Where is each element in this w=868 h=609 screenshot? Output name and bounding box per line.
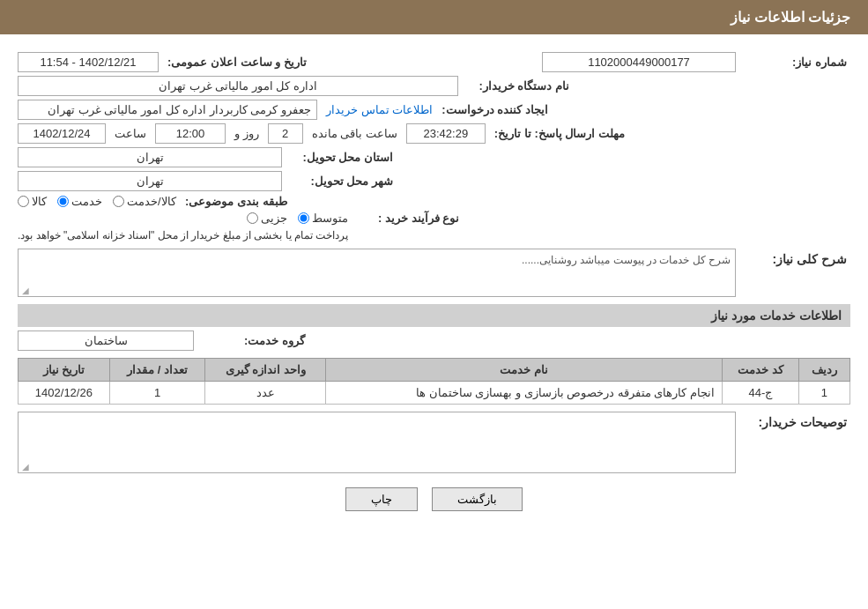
col-quantity: تعداد / مقدار xyxy=(109,359,205,382)
creator-contact-link[interactable]: اطلاعات تماس خریدار xyxy=(326,103,433,116)
response-time-label: ساعت xyxy=(115,127,146,140)
city-value: تهران xyxy=(18,171,282,191)
announcement-date-label: تاریخ و ساعت اعلان عمومی: xyxy=(167,56,310,69)
col-unit: واحد اندازه گیری xyxy=(205,359,326,382)
procurement-radio-group: متوسط جزیی xyxy=(247,212,348,225)
col-date: تاریخ نیاز xyxy=(19,359,110,382)
response-days-label: روز و xyxy=(234,127,259,140)
category-kala-khedmat-radio[interactable] xyxy=(113,196,124,207)
response-date-value: 1402/12/24 xyxy=(18,123,106,144)
response-remaining-label: ساعت باقی مانده xyxy=(312,127,397,140)
procurement-jozi-radio[interactable] xyxy=(247,212,258,224)
response-date-label: مهلت ارسال پاسخ: تا تاریخ: xyxy=(494,127,628,140)
cell-service-name: انجام کارهای متفرقه درخصوص بازسازی و بهس… xyxy=(326,382,723,405)
buyer-org-value: اداره کل امور مالیاتی غرب تهران xyxy=(18,76,458,96)
cell-service-code: ج-44 xyxy=(723,382,799,405)
category-radio-group: کالا/خدمت خدمت کالا xyxy=(18,195,176,208)
col-service-name: نام خدمت xyxy=(326,359,723,382)
print-button[interactable]: چاپ xyxy=(345,487,418,511)
col-service-code: کد خدمت xyxy=(723,359,799,382)
announcement-date-value: 1402/12/21 - 11:54 xyxy=(18,52,159,72)
need-number-label: شماره نیاز: xyxy=(745,56,850,69)
procurement-motosat-label: متوسط xyxy=(312,212,348,225)
category-khedmat-label: خدمت xyxy=(71,195,102,208)
category-kala-label: کالا xyxy=(32,195,47,208)
col-row-num: ردیف xyxy=(798,359,849,382)
buyer-resize-handle[interactable]: ◢ xyxy=(20,462,29,471)
creator-label: ایجاد کننده درخواست: xyxy=(441,103,552,116)
table-row: 1 ج-44 انجام کارهای متفرقه درخصوص بازساز… xyxy=(19,382,850,405)
procurement-jozi-label: جزیی xyxy=(261,212,287,225)
buyer-desc-label: توصیحات خریدار: xyxy=(745,415,850,429)
province-label: استان محل تحویل: xyxy=(291,151,397,164)
procurement-option-jozi[interactable]: جزیی xyxy=(247,212,287,225)
back-button[interactable]: بازگشت xyxy=(432,487,523,511)
creator-value: جعفرو کرمی کاربردار اداره کل امور مالیات… xyxy=(18,100,317,120)
need-number-value: 1102000449000177 xyxy=(542,52,736,72)
category-khedmat-radio[interactable] xyxy=(57,196,69,207)
page-title: جزئیات اطلاعات نیاز xyxy=(731,10,850,25)
province-value: تهران xyxy=(18,147,282,167)
procurement-option-motosat[interactable]: متوسط xyxy=(298,212,348,225)
cell-quantity: 1 xyxy=(109,382,205,405)
buttons-row: بازگشت چاپ xyxy=(18,487,850,511)
service-group-value: ساختمان xyxy=(18,330,194,351)
description-text: شرح کل خدمات در پیوست میباشد روشنایی....… xyxy=(522,254,731,266)
procurement-note: پرداخت تمام یا بخشی از مبلغ خریدار از مح… xyxy=(18,227,348,243)
category-option-kala[interactable]: کالا xyxy=(18,195,47,208)
procurement-motosat-radio[interactable] xyxy=(298,212,309,224)
page-header: جزئیات اطلاعات نیاز xyxy=(0,0,868,34)
category-option-kala-khedmat[interactable]: کالا/خدمت xyxy=(113,195,176,208)
description-content: شرح کل خدمات در پیوست میباشد روشنایی....… xyxy=(18,249,736,297)
response-remaining-value: 23:42:29 xyxy=(406,123,486,144)
category-option-khedmat[interactable]: خدمت xyxy=(57,195,102,208)
cell-date: 1402/12/26 xyxy=(19,382,110,405)
response-days-value: 2 xyxy=(268,123,303,144)
category-label: طبقه بندی موضوعی: xyxy=(185,195,291,208)
services-table: ردیف کد خدمت نام خدمت واحد اندازه گیری ت… xyxy=(18,358,850,405)
cell-unit: عدد xyxy=(205,382,326,405)
category-kala-khedmat-label: کالا/خدمت xyxy=(127,195,176,208)
service-group-label: گروه خدمت: xyxy=(203,334,308,347)
description-label: شرح کلی نیاز: xyxy=(745,252,850,266)
services-section-header: اطلاعات خدمات مورد نیاز xyxy=(18,304,850,327)
buyer-org-label: نام دستگاه خریدار: xyxy=(467,79,573,93)
resize-handle[interactable]: ◢ xyxy=(20,286,29,294)
city-label: شهر محل تحویل: xyxy=(291,175,397,188)
response-time-value: 12:00 xyxy=(155,123,226,144)
buyer-description-box[interactable]: ◢ xyxy=(18,412,736,473)
procurement-label: نوع فرآیند خرید : xyxy=(357,212,463,225)
cell-row-num: 1 xyxy=(798,382,849,405)
category-kala-radio[interactable] xyxy=(18,196,29,207)
